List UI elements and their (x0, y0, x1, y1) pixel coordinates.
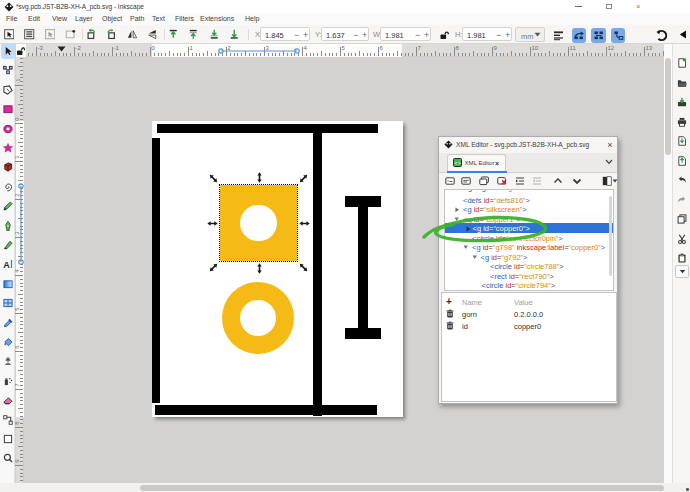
svg-text:A: A (3, 260, 10, 269)
svg-text:<>: <> (454, 160, 460, 166)
